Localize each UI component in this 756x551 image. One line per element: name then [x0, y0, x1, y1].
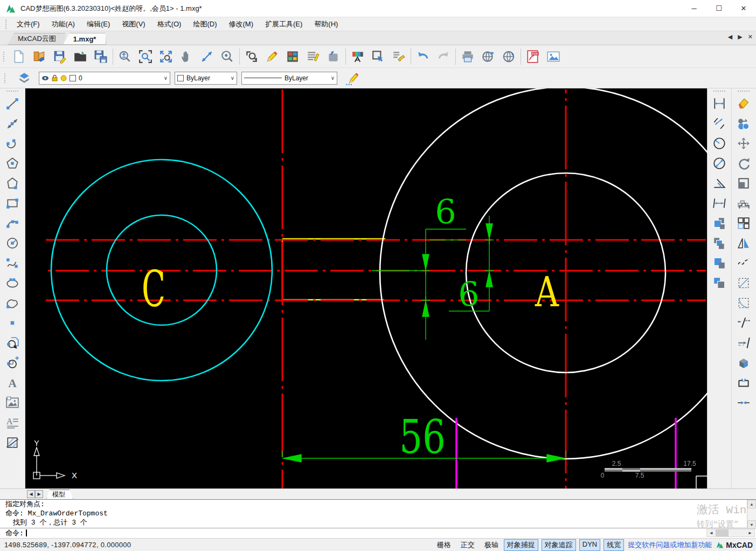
toggle-正交[interactable]: 正交	[459, 540, 476, 550]
order-above-button[interactable]	[709, 253, 730, 273]
menu-e[interactable]: 编辑(E)	[81, 18, 116, 31]
layer-stack-icon[interactable]	[14, 68, 34, 88]
join-button[interactable]	[733, 392, 754, 412]
point-button[interactable]	[2, 313, 23, 333]
order-top-button[interactable]	[709, 213, 730, 233]
dim-linear-button[interactable]	[709, 93, 730, 113]
match-properties-button[interactable]	[389, 47, 409, 66]
arc-3p-button[interactable]	[2, 213, 23, 233]
print-button[interactable]	[457, 47, 478, 66]
fillet-line-button[interactable]	[733, 273, 754, 293]
circle-button[interactable]	[2, 233, 23, 253]
menu-h[interactable]: 帮助(H)	[308, 18, 344, 31]
erase-button[interactable]	[733, 93, 754, 113]
text-button[interactable]: A	[2, 373, 23, 392]
draw-pencil-button[interactable]	[262, 47, 282, 66]
zoom-prev-button[interactable]	[115, 47, 135, 66]
polygon-center-button[interactable]	[2, 153, 23, 173]
web-globe-button[interactable]	[498, 47, 519, 66]
hatch-button[interactable]	[2, 432, 23, 452]
scroll-left-icon[interactable]: ◀	[707, 529, 716, 536]
new-file-button[interactable]	[9, 47, 29, 66]
menu-a[interactable]: 功能(A)	[46, 18, 81, 31]
spline-edit-button[interactable]	[733, 253, 754, 273]
zoom-dynamic-button[interactable]	[197, 47, 217, 66]
linetype-select[interactable]: ByLayer ∨	[241, 72, 337, 85]
image-insert-button[interactable]	[2, 392, 23, 412]
array-button[interactable]	[733, 213, 754, 233]
command-window[interactable]: 指定对角点: 命令: Mx_DrawOrderTopmost 找到 3 个，总计…	[0, 499, 756, 538]
toggle-对象追踪[interactable]: 对象追踪	[542, 539, 576, 551]
block-insert-button[interactable]	[2, 333, 23, 353]
copy-button[interactable]	[733, 113, 754, 133]
zoom-extents-button[interactable]	[156, 47, 176, 66]
scrollbar-thumb[interactable]	[716, 529, 729, 536]
undo-button[interactable]	[413, 47, 433, 66]
viewport-button[interactable]	[323, 47, 344, 66]
trim-button[interactable]	[733, 313, 754, 333]
pan-button[interactable]	[176, 47, 197, 66]
menu-f[interactable]: 文件(F)	[11, 18, 46, 31]
yellow-slot-outline[interactable]	[282, 239, 385, 300]
doc-tab[interactable]: MxCAD云图	[8, 33, 66, 45]
order-bottom-button[interactable]	[709, 233, 730, 253]
dim-diameter-button[interactable]	[709, 153, 730, 173]
scroll-right-icon[interactable]: ▶	[746, 529, 754, 536]
menu-d[interactable]: 绘图(D)	[187, 18, 223, 31]
open-folder-button[interactable]	[70, 47, 91, 66]
zoom-center-button[interactable]	[217, 47, 238, 66]
cloud-button[interactable]	[2, 293, 23, 313]
redo-button[interactable]	[433, 47, 454, 66]
save-file-button[interactable]	[50, 47, 70, 66]
toggle-对象捕捉[interactable]: 对象捕捉	[504, 539, 538, 551]
image-export-button[interactable]	[543, 47, 564, 66]
color-palette-button[interactable]	[282, 47, 303, 66]
menu-e[interactable]: 扩展工具(E)	[259, 18, 308, 31]
mtext-button[interactable]: A	[2, 412, 23, 432]
rotate-button[interactable]	[733, 153, 754, 173]
ellipse-button[interactable]	[2, 273, 23, 293]
toggle-线宽[interactable]: 线宽	[604, 539, 624, 551]
xline-button[interactable]	[2, 113, 23, 133]
menu-m[interactable]: 修改(M)	[223, 18, 259, 31]
zoom-window-button[interactable]	[135, 47, 156, 66]
extend-button[interactable]	[733, 333, 754, 353]
save-as-button[interactable]	[91, 47, 111, 66]
tab-close-icon[interactable]: ✕	[748, 33, 753, 40]
tab-model[interactable]: 模型	[46, 490, 73, 499]
toggle-栅格[interactable]: 栅格	[435, 540, 453, 550]
dim-radius-button[interactable]	[709, 133, 730, 153]
tab-scroll-left-icon[interactable]: ◀	[728, 33, 732, 40]
scroll-up-icon[interactable]: ▲	[747, 500, 756, 508]
mirror-button[interactable]	[733, 233, 754, 253]
layout-next-button[interactable]: ▶	[35, 490, 43, 498]
offset-button[interactable]	[733, 193, 754, 213]
select-object-button[interactable]	[368, 47, 389, 66]
command-prompt[interactable]: 命令:	[0, 528, 756, 538]
polygon-button[interactable]	[2, 173, 23, 193]
web-publish-button[interactable]	[478, 47, 498, 66]
block-define-button[interactable]	[2, 353, 23, 373]
maximize-button[interactable]: ☐	[706, 0, 731, 17]
command-vertical-scrollbar[interactable]: ▲ ▼	[747, 500, 756, 529]
text-style-button[interactable]	[303, 47, 323, 66]
order-below-button[interactable]	[709, 273, 730, 293]
explode-button[interactable]	[733, 353, 754, 373]
edit-pencil-icon[interactable]	[342, 68, 362, 88]
menu-o[interactable]: 格式(O)	[151, 18, 188, 31]
doc-tab[interactable]: 1.mxg*	[63, 33, 107, 45]
dim-baseline-button[interactable]	[709, 193, 730, 213]
command-horizontal-scrollbar[interactable]: ◀ ▶	[706, 529, 755, 537]
minimize-button[interactable]: ─	[682, 0, 706, 17]
view-undo-button[interactable]	[241, 47, 262, 66]
color-select[interactable]: ByLayer ∨	[175, 72, 237, 85]
layer-manager-button[interactable]	[348, 47, 368, 66]
drawing-canvas[interactable]: 6 6 56 C A	[25, 88, 708, 488]
menu-v[interactable]: 视图(V)	[116, 18, 151, 31]
dimension-6-left[interactable]	[372, 229, 466, 340]
fillet-arc-button[interactable]	[733, 293, 754, 313]
dim-angular-button[interactable]	[709, 173, 730, 193]
scale-button[interactable]	[733, 173, 754, 193]
spline-button[interactable]	[2, 253, 23, 273]
open-file-button[interactable]	[29, 47, 50, 66]
